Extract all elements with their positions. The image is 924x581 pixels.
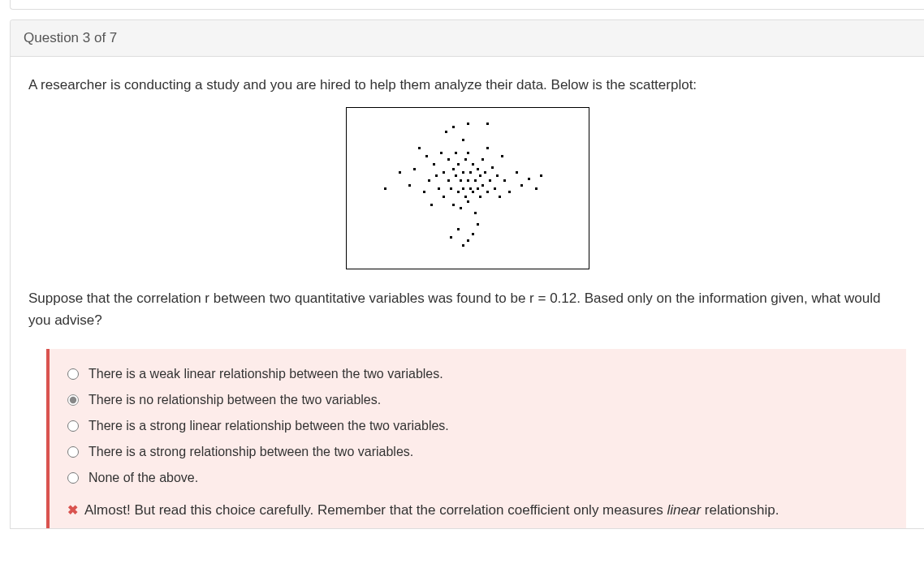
option-4[interactable]: None of the above. xyxy=(67,471,888,485)
scatterplot xyxy=(346,107,589,269)
scatterplot-container xyxy=(28,107,906,273)
option-label-2: There is a strong linear relationship be… xyxy=(89,419,449,433)
option-1[interactable]: There is no relationship between the two… xyxy=(67,393,888,407)
option-radio-4[interactable] xyxy=(67,472,79,484)
prompt-text-2: Suppose that the correlation r between t… xyxy=(28,287,906,331)
answer-feedback-panel: There is a weak linear relationship betw… xyxy=(46,349,906,529)
option-label-3: There is a strong relationship between t… xyxy=(89,445,413,459)
option-label-4: None of the above. xyxy=(89,471,198,485)
option-label-0: There is a weak linear relationship betw… xyxy=(89,367,443,381)
option-radio-1[interactable] xyxy=(67,394,79,406)
options-list: There is a weak linear relationship betw… xyxy=(67,367,888,485)
option-label-1: There is no relationship between the two… xyxy=(89,393,381,407)
option-radio-2[interactable] xyxy=(67,420,79,432)
incorrect-icon: ✖ xyxy=(67,501,78,520)
prompt-text-1: A researcher is conducting a study and y… xyxy=(28,75,906,96)
option-0[interactable]: There is a weak linear relationship betw… xyxy=(67,367,888,381)
feedback-italic: linear xyxy=(667,502,701,518)
question-number: Question 3 of 7 xyxy=(24,30,117,45)
feedback-post: relationship. xyxy=(701,502,779,518)
feedback-text: Almost! But read this choice carefully. … xyxy=(84,500,779,521)
feedback-pre: Almost! But read this choice carefully. … xyxy=(84,502,667,518)
option-radio-3[interactable] xyxy=(67,446,79,458)
question-body: A researcher is conducting a study and y… xyxy=(11,57,924,528)
question-card: Question 3 of 7 A researcher is conducti… xyxy=(10,19,924,529)
question-header: Question 3 of 7 xyxy=(11,20,924,57)
previous-card-stub xyxy=(10,0,924,10)
option-3[interactable]: There is a strong relationship between t… xyxy=(67,445,888,459)
option-2[interactable]: There is a strong linear relationship be… xyxy=(67,419,888,433)
feedback-message: ✖ Almost! But read this choice carefully… xyxy=(67,500,888,521)
option-radio-0[interactable] xyxy=(67,368,79,380)
